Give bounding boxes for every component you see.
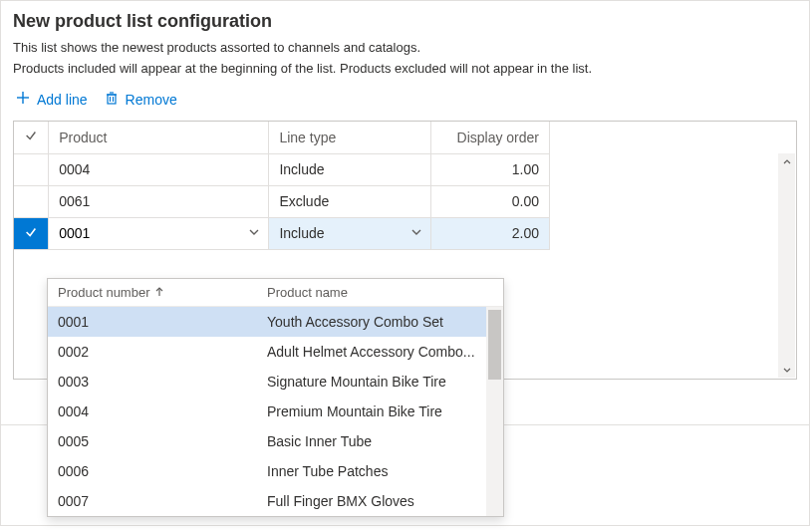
product-input[interactable] — [59, 225, 218, 241]
lookup-item-number: 0002 — [58, 344, 267, 360]
lookup-item-name: Inner Tube Patches — [267, 463, 493, 479]
product-cell[interactable]: 0004 — [49, 153, 269, 185]
lookup-item[interactable]: 0005 Basic Inner Tube — [48, 426, 503, 456]
plus-icon — [15, 90, 31, 109]
check-icon — [24, 130, 38, 145]
lookup-item[interactable]: 0006 Inner Tube Patches — [48, 456, 503, 486]
config-panel: New product list configuration This list… — [0, 0, 810, 526]
lookup-item-name: Signature Mountain Bike Tire — [267, 374, 493, 390]
scrollbar-thumb[interactable] — [488, 310, 501, 380]
displayorder-cell[interactable]: 0.00 — [431, 185, 550, 217]
lookup-header: Product number Product name — [48, 279, 503, 307]
remove-label: Remove — [126, 92, 177, 108]
lookup-item[interactable]: 0007 Full Finger BMX Gloves — [48, 486, 503, 516]
check-icon — [24, 226, 38, 242]
svg-rect-2 — [108, 95, 116, 104]
linetype-value: Include — [279, 225, 324, 241]
lookup-item[interactable]: 0002 Adult Helmet Accessory Combo... — [48, 337, 503, 367]
product-cell-editing[interactable] — [49, 217, 269, 249]
col-header-linetype[interactable]: Line type — [269, 122, 431, 153]
chevron-down-icon — [410, 225, 422, 241]
lookup-col-number-label: Product number — [58, 285, 150, 300]
col-header-product[interactable]: Product — [49, 122, 269, 153]
remove-button[interactable]: Remove — [102, 88, 179, 111]
lookup-item[interactable]: 0001 Youth Accessory Combo Set — [48, 307, 503, 337]
description-line-2: Products included will appear at the beg… — [1, 57, 809, 78]
row-select-cell[interactable] — [14, 153, 49, 185]
product-lookup-dropdown: Product number Product name 0001 Youth A… — [47, 278, 504, 517]
col-header-displayorder[interactable]: Display order — [431, 122, 550, 153]
displayorder-cell[interactable]: 2.00 — [431, 217, 550, 249]
add-line-label: Add line — [37, 92, 88, 108]
product-cell[interactable]: 0061 — [49, 185, 269, 217]
lookup-item-name: Premium Mountain Bike Tire — [267, 403, 493, 419]
linetype-cell-editing[interactable]: Include — [269, 217, 431, 249]
lookup-item-number: 0007 — [58, 493, 267, 509]
header: New product list configuration — [1, 1, 809, 36]
grid-header-row: Product Line type Display order — [14, 122, 550, 153]
grid-row[interactable]: 0061 Exclude 0.00 — [14, 185, 550, 217]
row-select-cell[interactable] — [14, 217, 49, 249]
chevron-down-icon — [248, 225, 260, 241]
lookup-item[interactable]: 0003 Signature Mountain Bike Tire — [48, 367, 503, 397]
scroll-down-icon[interactable] — [778, 361, 795, 378]
lookup-item-name: Youth Accessory Combo Set — [267, 314, 493, 330]
grid-row[interactable]: 0004 Include 1.00 — [14, 153, 550, 185]
linetype-cell[interactable]: Exclude — [269, 185, 431, 217]
lookup-item-number: 0001 — [58, 314, 267, 330]
lookup-col-number[interactable]: Product number — [58, 285, 267, 300]
description-line-1: This list shows the newest products asso… — [1, 36, 809, 57]
displayorder-cell[interactable]: 1.00 — [431, 153, 550, 185]
lookup-item-number: 0005 — [58, 433, 267, 449]
grid-row-selected[interactable]: Include 2.00 — [14, 217, 550, 249]
scroll-up-icon[interactable] — [778, 153, 795, 170]
row-select-cell[interactable] — [14, 185, 49, 217]
lookup-item-name: Adult Helmet Accessory Combo... — [267, 344, 493, 360]
linetype-cell[interactable]: Include — [269, 153, 431, 185]
add-line-button[interactable]: Add line — [13, 88, 90, 111]
product-grid: Product Line type Display order 0004 Inc… — [14, 122, 550, 250]
lookup-item[interactable]: 0004 Premium Mountain Bike Tire — [48, 397, 503, 426]
page-title: New product list configuration — [13, 11, 797, 32]
lookup-item-number: 0004 — [58, 403, 267, 419]
grid-scrollbar[interactable] — [778, 153, 795, 378]
lookup-scrollbar[interactable] — [486, 307, 503, 516]
lookup-item-number: 0003 — [58, 374, 267, 390]
lookup-body: 0001 Youth Accessory Combo Set 0002 Adul… — [48, 307, 503, 516]
lookup-item-name: Basic Inner Tube — [267, 433, 493, 449]
sort-asc-icon — [154, 285, 164, 300]
toolbar: Add line Remove — [1, 78, 809, 119]
trash-icon — [104, 90, 120, 109]
select-all-header[interactable] — [14, 122, 49, 153]
lookup-item-name: Full Finger BMX Gloves — [267, 493, 493, 509]
lookup-col-name[interactable]: Product name — [267, 285, 493, 300]
lookup-item-number: 0006 — [58, 463, 267, 479]
